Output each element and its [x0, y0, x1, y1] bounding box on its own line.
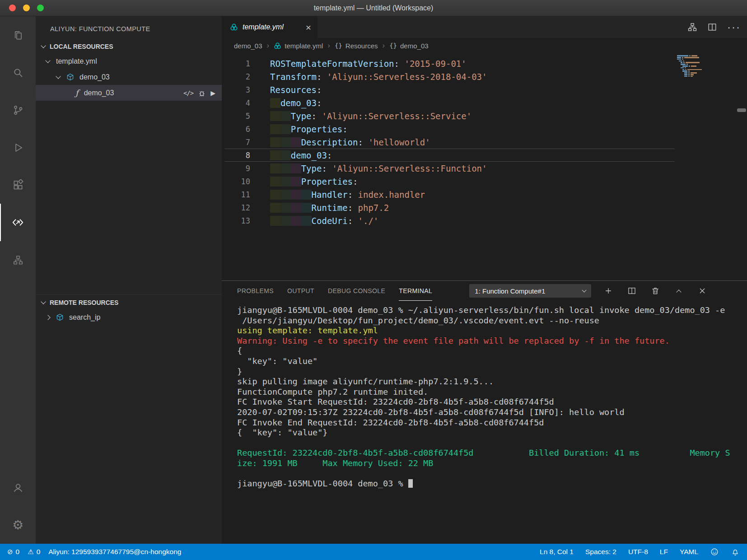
code-text: Resources:	[270, 85, 322, 95]
breadcrumb-Resources[interactable]: {}Resources	[335, 42, 378, 50]
accounts-icon[interactable]	[0, 469, 36, 506]
cube-icon	[66, 73, 74, 81]
status-aliyun-account[interactable]: Aliyun: 1295939377467795@cn-hongkong	[48, 548, 181, 556]
close-window-button[interactable]	[9, 5, 16, 11]
remote-resources-label: REMOTE RESOURCES	[50, 299, 118, 306]
code-line-8[interactable]: 8 demo_03:	[222, 149, 747, 162]
local-resources-header[interactable]: LOCAL RESOURCES	[36, 40, 222, 53]
status-warnings[interactable]: ⚠0	[28, 548, 40, 556]
code-line-7[interactable]: 7 Description: 'helloworld'	[222, 135, 747, 149]
terminal-output[interactable]: jiangyu@B-165MLVDL-0004 demo_03 % ~/.ali…	[222, 301, 747, 544]
indent-guide	[270, 98, 280, 108]
remote-resources-header[interactable]: REMOTE RESOURCES	[36, 296, 222, 309]
run-debug-icon[interactable]	[0, 129, 36, 166]
warning-icon: ⚠	[28, 548, 33, 556]
debug-icon[interactable]	[198, 89, 206, 97]
code-icon[interactable]: </>	[183, 89, 193, 97]
terminal-line: using template: template.yml	[237, 326, 747, 336]
deploy-tool-icon[interactable]	[0, 241, 36, 279]
local-item-template.yml[interactable]: template.yml	[36, 53, 222, 69]
code-line-5[interactable]: 5 Type: 'Aliyun::Serverless::Service'	[222, 109, 747, 122]
chevron-down-icon	[45, 58, 50, 63]
notifications-bell-icon[interactable]	[731, 547, 740, 556]
close-panel-icon[interactable]	[696, 285, 709, 297]
code-line-12[interactable]: 12 Runtime: php7.2	[222, 201, 747, 214]
breadcrumb-label: Resources	[345, 42, 378, 50]
explorer-icon[interactable]	[0, 16, 36, 54]
code-line-10[interactable]: 10 Properties:	[222, 175, 747, 188]
new-terminal-icon[interactable]	[602, 285, 615, 297]
breadcrumb-template.yml[interactable]: template.yml	[274, 42, 323, 50]
terminal-line	[237, 438, 747, 448]
panel-tab-problems[interactable]: PROBLEMS	[237, 281, 274, 301]
close-tab-icon[interactable]: ×	[304, 23, 313, 32]
window-controls	[9, 0, 44, 16]
maximize-panel-icon[interactable]	[672, 285, 685, 297]
split-editor-icon[interactable]	[707, 22, 717, 32]
code-line-4[interactable]: 4 demo_03:	[222, 96, 747, 109]
more-actions-icon[interactable]: ···	[727, 24, 741, 30]
minimap[interactable]	[677, 55, 737, 77]
extensions-icon[interactable]	[0, 166, 36, 204]
code-line-11[interactable]: 11 Handler: index.handler	[222, 188, 747, 201]
indent-guide	[270, 111, 280, 121]
panel-tab-debug-console[interactable]: DEBUG CONSOLE	[328, 281, 385, 301]
terminal-line: FC Invoke End RequestId: 23224cd0-2bf8-4…	[237, 418, 747, 428]
terminal-line: }	[237, 367, 747, 377]
status-language-mode[interactable]: YAML	[680, 548, 698, 556]
overview-ruler-marker	[737, 108, 746, 112]
breadcrumb-demo_03[interactable]: {}demo_03	[389, 42, 428, 50]
indent-guide	[270, 150, 280, 160]
terminal-prompt-line: jiangyu@B-165MLVDL-0004 demo_03 %	[237, 479, 747, 489]
code-line-2[interactable]: 2Transform: 'Aliyun::Serverless-2018-04-…	[222, 70, 747, 83]
status-errors[interactable]: ⊘0	[7, 548, 19, 556]
code-line-6[interactable]: 6 Properties:	[222, 122, 747, 135]
panel-tab-terminal[interactable]: TERMINAL	[399, 281, 432, 301]
feedback-smiley-icon[interactable]	[710, 547, 719, 556]
local-item-demo_03[interactable]: ƒdemo_03</>▶	[36, 85, 222, 101]
line-number: 3	[222, 85, 250, 94]
local-item-demo_03[interactable]: demo_03	[36, 69, 222, 85]
code-editor[interactable]: 1ROSTemplateFormatVersion: '2015-09-01'2…	[222, 53, 747, 280]
remote-resources-tree: search_ip	[36, 309, 222, 325]
terminal-instance-select[interactable]: 1: Function Compute#1	[469, 284, 591, 298]
terminal-line: FunctionCompute php7.2 runtime inited.	[237, 387, 747, 397]
terminal-line: {	[237, 346, 747, 356]
hierarchy-icon[interactable]	[687, 22, 697, 32]
code-line-1[interactable]: 1ROSTemplateFormatVersion: '2015-09-01'	[222, 57, 747, 70]
line-number: 10	[222, 177, 250, 186]
code-text: Description: 'helloworld'	[270, 137, 430, 147]
settings-gear-icon[interactable]: ⚙	[0, 506, 36, 544]
tab-template-yml[interactable]: template.yml ×	[222, 16, 317, 38]
status-eol[interactable]: LF	[660, 548, 668, 556]
indent-guide	[291, 216, 301, 226]
status-cursor-position[interactable]: Ln 8, Col 1	[540, 548, 574, 556]
remote-item-search_ip[interactable]: search_ip	[36, 309, 222, 325]
indent-guide	[291, 137, 301, 147]
indent-guide	[301, 190, 312, 200]
split-terminal-icon[interactable]	[626, 285, 638, 297]
aliyun-serverless-icon[interactable]	[0, 204, 36, 241]
status-indentation[interactable]: Spaces: 2	[585, 548, 616, 556]
code-text: Type: 'Aliyun::Serverless::Function'	[270, 163, 487, 173]
status-right-items: Ln 8, Col 1Spaces: 2UTF-8LFYAML	[540, 548, 698, 556]
bottom-panel: PROBLEMSOUTPUTDEBUG CONSOLETERMINAL 1: F…	[222, 280, 747, 544]
status-encoding[interactable]: UTF-8	[628, 548, 648, 556]
window-title: template.yml — Untitled (Workspace)	[314, 4, 434, 12]
breadcrumb-demo_03[interactable]: demo_03	[234, 42, 262, 50]
run-icon[interactable]: ▶	[210, 89, 215, 97]
minimize-window-button[interactable]	[23, 5, 30, 11]
chevron-down-icon	[56, 74, 61, 79]
search-icon[interactable]	[0, 54, 36, 91]
code-line-13[interactable]: 13 CodeUri: './'	[222, 214, 747, 227]
terminal-line: Warning: Using -e to specify the event f…	[237, 336, 747, 346]
code-line-3[interactable]: 3Resources:	[222, 83, 747, 96]
kill-terminal-trash-icon[interactable]	[649, 285, 662, 297]
line-number: 1	[222, 59, 250, 68]
panel-tab-output[interactable]: OUTPUT	[287, 281, 314, 301]
code-line-9[interactable]: 9 Type: 'Aliyun::Serverless::Function'	[222, 162, 747, 175]
zoom-window-button[interactable]	[37, 5, 44, 11]
breadcrumb-label: demo_03	[234, 42, 262, 50]
indent-guide	[270, 190, 280, 200]
source-control-icon[interactable]	[0, 91, 36, 129]
